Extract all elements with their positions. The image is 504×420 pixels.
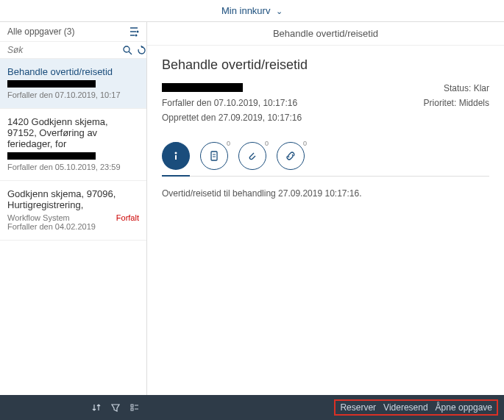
task-item[interactable]: Godkjenn skjema, 97096, Hurtigregistreri… <box>0 181 146 241</box>
task-item[interactable]: Behandle overtid/reisetid Forfaller den … <box>0 59 146 109</box>
open-task-button[interactable]: Åpne oppgave <box>436 402 492 413</box>
tab-info[interactable] <box>162 142 190 170</box>
priority-row: Prioritet: Middels <box>424 98 489 108</box>
task-due: Forfaller den 04.02.2019 <box>7 222 139 231</box>
task-due: Forfaller den 07.10.2019, 10:17 <box>7 90 139 99</box>
task-title: 1420 Godkjenn skjema, 97152, Overføring … <box>7 116 139 149</box>
forward-button[interactable]: Videresend <box>383 402 428 413</box>
sort-settings-icon[interactable] <box>129 26 139 37</box>
tab-attachments[interactable]: 0 <box>238 142 266 170</box>
redacted-text <box>7 152 96 160</box>
task-system: Workflow System <box>7 213 70 222</box>
inbox-title: Min innkurv <box>221 5 270 16</box>
detail-due: Forfaller den 07.10.2019, 10:17:16 <box>162 98 424 108</box>
tab-notes[interactable]: 0 <box>200 142 228 170</box>
svg-rect-14 <box>131 408 133 410</box>
svg-line-6 <box>129 51 132 54</box>
tab-links[interactable]: 0 <box>277 142 305 170</box>
svg-point-4 <box>135 35 138 37</box>
tab-attachments-badge: 0 <box>265 140 269 147</box>
reserve-button[interactable]: Reserver <box>340 402 376 413</box>
chevron-down-icon: ⌄ <box>276 7 283 15</box>
tab-notes-badge: 0 <box>227 140 230 147</box>
task-title: Behandle overtid/reisetid <box>7 66 139 77</box>
inbox-dropdown[interactable]: Min innkurv ⌄ <box>221 5 283 16</box>
svg-rect-9 <box>211 152 217 160</box>
tab-underline <box>162 175 190 177</box>
search-input[interactable] <box>7 45 118 55</box>
detail-header: Behandle overtid/reisetid <box>147 22 504 46</box>
tab-links-badge: 0 <box>303 140 307 147</box>
svg-rect-12 <box>131 405 133 407</box>
action-buttons-highlight: Reserver Videresend Åpne oppgave <box>334 399 498 416</box>
redacted-text <box>7 80 96 88</box>
task-item[interactable]: 1420 Godkjenn skjema, 97152, Overføring … <box>0 109 146 181</box>
detail-title: Behandle overtid/reisetid <box>162 57 489 73</box>
status-row: Status: Klar <box>424 83 489 93</box>
refresh-icon[interactable] <box>137 46 146 55</box>
svg-point-5 <box>124 46 129 52</box>
detail-created: Opprettet den 27.09.2019, 10:17:16 <box>162 113 424 123</box>
svg-rect-8 <box>175 155 177 160</box>
detail-note: Overtid/reisetid til behandling 27.09.20… <box>162 188 489 199</box>
search-icon[interactable] <box>123 46 132 55</box>
group-icon[interactable] <box>129 402 140 413</box>
redacted-text <box>162 83 243 92</box>
task-due: Forfaller den 05.10.2019, 23:59 <box>7 163 139 171</box>
filter-icon[interactable] <box>110 402 121 413</box>
svg-point-7 <box>175 152 177 154</box>
task-status-overdue: Forfalt <box>116 213 139 222</box>
task-title: Godkjenn skjema, 97096, Hurtigregistreri… <box>7 188 139 210</box>
all-tasks-label: Alle oppgaver (3) <box>7 26 74 37</box>
svg-point-3 <box>137 31 139 33</box>
sort-icon[interactable] <box>91 402 102 413</box>
